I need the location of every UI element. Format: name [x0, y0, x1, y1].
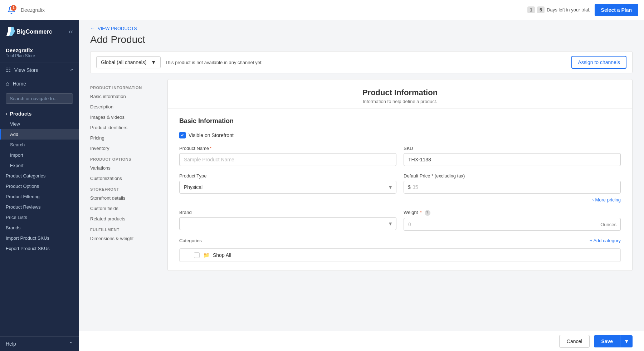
sidebar-product-categories[interactable]: Product Categories: [0, 171, 79, 181]
channel-dropdown-icon: ▼: [151, 59, 156, 65]
save-button[interactable]: Save: [594, 335, 620, 347]
card-subtitle: Information to help define a product.: [179, 99, 621, 104]
sidebar-brands[interactable]: Brands: [0, 223, 79, 233]
product-type-label: Product Type: [179, 173, 396, 179]
form-nav: PRODUCT INFORMATION Basic information De…: [90, 79, 162, 299]
sidebar-search-wrapper: [0, 91, 79, 107]
sidebar-import-skus[interactable]: Import Product SKUs: [0, 233, 79, 243]
product-type-select[interactable]: Physical Digital: [179, 181, 396, 194]
weight-group: Weight * ? Ounces: [404, 210, 621, 231]
nav-item-dimensions-weight[interactable]: Dimensions & weight: [90, 233, 162, 244]
nav-item-custom-fields[interactable]: Custom fields: [90, 203, 162, 214]
sidebar-item-view[interactable]: View: [0, 119, 79, 129]
nav-item-storefront-details[interactable]: Storefront details: [90, 193, 162, 203]
weight-unit-label: Ounces: [600, 221, 616, 227]
sidebar-search-input[interactable]: [6, 93, 73, 104]
products-section-header[interactable]: ‹ Products: [0, 107, 79, 119]
sidebar-view-store-label: View Store: [14, 67, 38, 73]
sidebar-item-import[interactable]: Import: [0, 150, 79, 160]
sidebar-item-search[interactable]: Search: [0, 140, 79, 150]
help-chevron-icon: ⌃: [69, 341, 73, 347]
nav-item-inventory[interactable]: Inventory: [90, 143, 162, 153]
trial-info: 1 5 Days left in your trial.: [527, 6, 590, 13]
visible-storefront-label: Visible on Storefront: [189, 132, 234, 138]
svg-text:BigCommerce: BigCommerce: [16, 29, 52, 35]
nav-item-related-products[interactable]: Related products: [90, 214, 162, 224]
breadcrumb-label: VIEW PRODUCTS: [98, 26, 137, 31]
help-label: Help: [6, 341, 16, 347]
notification-bell[interactable]: 1: [6, 4, 17, 16]
sidebar-export-skus[interactable]: Export Product SKUs: [0, 243, 79, 254]
select-plan-button[interactable]: Select a Plan: [595, 4, 638, 16]
topbar-left: 1 Deezgrafix: [6, 4, 45, 16]
nav-item-customizations[interactable]: Customizations: [90, 173, 162, 184]
sidebar-help[interactable]: Help ⌃: [0, 336, 79, 351]
channel-select-value: Global (all channels): [101, 59, 147, 65]
nav-item-images-videos[interactable]: Images & videos: [90, 112, 162, 122]
back-arrow-icon: ←: [90, 26, 95, 31]
default-price-input[interactable]: [404, 181, 621, 194]
page-title: Add Product: [79, 34, 644, 51]
sidebar-product-options[interactable]: Product Options: [0, 181, 79, 191]
nav-item-basic-info[interactable]: Basic information: [90, 91, 162, 102]
sidebar-product-reviews[interactable]: Product Reviews: [0, 202, 79, 212]
nav-item-pricing[interactable]: Pricing: [90, 133, 162, 143]
weight-input-wrapper: Ounces: [404, 218, 621, 231]
brand-label: Brand: [179, 210, 396, 215]
nav-item-product-identifiers[interactable]: Product identifiers: [90, 122, 162, 133]
channel-select[interactable]: Global (all channels) ▼: [96, 56, 161, 68]
add-category-button[interactable]: + Add category: [590, 238, 621, 243]
trial-text: Days left in your trial.: [547, 7, 590, 13]
store-icon: ☷: [6, 67, 11, 73]
sidebar: BigCommerce ‹‹ Deezgrafix Trial Plan Sto…: [0, 20, 79, 351]
weight-input[interactable]: [404, 218, 621, 231]
nav-section-storefront: STOREFRONT: [90, 184, 162, 193]
breadcrumb[interactable]: ← VIEW PRODUCTS: [79, 20, 644, 34]
sidebar-item-export[interactable]: Export: [0, 160, 79, 171]
sidebar-item-add[interactable]: Add: [0, 129, 79, 140]
categories-group: Categories + Add category 📁 Shop All: [179, 238, 621, 262]
save-dropdown-button[interactable]: ▼: [620, 335, 633, 347]
topbar-username: Deezgrafix: [21, 7, 45, 13]
save-button-group: Save ▼: [594, 335, 633, 347]
visible-storefront-checkbox[interactable]: [179, 132, 186, 138]
sidebar-view-store[interactable]: ☷ View Store ↗: [0, 63, 79, 77]
folder-icon: 📁: [203, 252, 209, 258]
nav-section-fulfillment: FULFILLMENT: [90, 224, 162, 233]
nav-item-variations[interactable]: Variations: [90, 163, 162, 173]
sidebar-store: Deezgrafix Trial Plan Store: [0, 43, 79, 63]
card-title: Product Information: [179, 88, 621, 97]
nav-section-product-options: PRODUCT OPTIONS: [90, 153, 162, 163]
products-section-label: Products: [10, 111, 32, 117]
sidebar-collapse-button[interactable]: ‹‹: [69, 28, 73, 35]
default-price-label: Default Price * (excluding tax): [404, 173, 621, 179]
weight-help-icon[interactable]: ?: [425, 210, 430, 216]
product-name-group: Product Name*: [179, 146, 396, 166]
assign-to-channels-button[interactable]: Assign to channels: [571, 56, 626, 69]
topbar-right: 1 5 Days left in your trial. Select a Pl…: [527, 4, 638, 16]
sidebar-product-filtering[interactable]: Product Filtering: [0, 191, 79, 202]
sku-input[interactable]: [404, 153, 621, 166]
more-pricing-link[interactable]: › More pricing: [404, 197, 621, 203]
basic-info-title: Basic Information: [179, 117, 621, 125]
category-name: Shop All: [213, 252, 231, 258]
products-chevron-icon: ‹: [6, 112, 7, 116]
product-info-card: Product Information Information to help …: [167, 79, 633, 271]
product-type-group: Product Type Physical Digital ▼: [179, 173, 396, 203]
sidebar-price-lists[interactable]: Price Lists: [0, 212, 79, 223]
brand-select[interactable]: [179, 217, 396, 230]
categories-header: Categories + Add category: [179, 238, 621, 243]
cancel-button[interactable]: Cancel: [559, 335, 590, 348]
category-checkbox[interactable]: [194, 252, 200, 258]
product-name-input[interactable]: [179, 153, 396, 166]
nav-item-description[interactable]: Description: [90, 102, 162, 112]
product-type-select-wrapper: Physical Digital ▼: [179, 181, 396, 194]
nav-section-product-info: PRODUCT INFORMATION: [90, 82, 162, 91]
form-content: Product Information Information to help …: [162, 79, 633, 299]
main-layout: BigCommerce ‹‹ Deezgrafix Trial Plan Sto…: [0, 20, 644, 351]
home-icon: ⌂: [6, 81, 9, 87]
main-content: ← VIEW PRODUCTS Add Product Global (all …: [79, 20, 644, 351]
trial-num-1: 1: [527, 6, 535, 13]
sidebar-home[interactable]: ⌂ Home: [0, 77, 79, 91]
category-shop-all: 📁 Shop All: [179, 248, 621, 262]
